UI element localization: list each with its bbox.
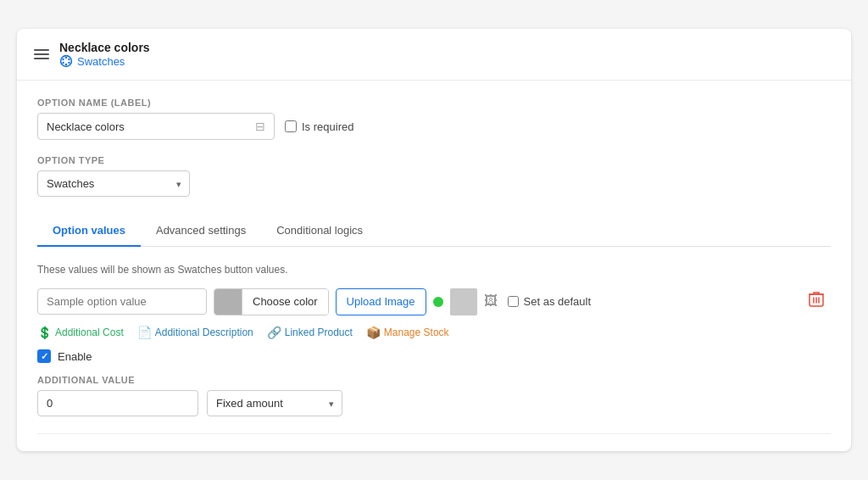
upload-image-button[interactable]: Upload Image: [336, 288, 426, 315]
manage-stock-icon: 📦: [366, 326, 381, 339]
card-header: Necklace colors Swatches: [17, 29, 851, 81]
svg-point-4: [65, 64, 67, 65]
gray-swatch-preview: [450, 288, 477, 315]
additional-value-label: ADDITIONAL VALUE: [37, 375, 831, 385]
additional-value-input[interactable]: [37, 390, 198, 416]
linked-product-icon: 🔗: [267, 326, 281, 339]
option-values-content: These values will be shown as Swatches b…: [37, 264, 831, 416]
card-body: OPTION NAME (LABEL) ⊟ Is required OPTION…: [17, 81, 851, 451]
tab-option-values[interactable]: Option values: [37, 215, 141, 247]
color-dot-indicator: [433, 297, 443, 307]
option-type-wrapper: Swatches Dropdown Buttons Color ▾: [37, 170, 190, 197]
is-required-text: Is required: [302, 120, 353, 133]
manage-stock-link[interactable]: 📦 Manage Stock: [366, 326, 449, 339]
option-name-label: OPTION NAME (LABEL): [37, 98, 831, 108]
additional-cost-text: Additional Cost: [55, 327, 124, 338]
additional-cost-link[interactable]: 💲 Additional Cost: [37, 326, 124, 339]
choose-color-label: Choose color: [242, 289, 328, 315]
option-value-row: Choose color Upload Image 🖼 Set as defau…: [37, 287, 831, 315]
svg-point-2: [68, 59, 70, 60]
enable-label: Enable: [58, 350, 92, 363]
set-as-default-text: Set as default: [524, 295, 592, 308]
tab-conditional-logics[interactable]: Conditional logics: [261, 215, 378, 247]
amount-type-select[interactable]: Fixed amount Percentage: [207, 390, 342, 416]
additional-value-section: ADDITIONAL VALUE Fixed amount Percentage…: [37, 375, 831, 416]
enable-checkbox[interactable]: [37, 349, 51, 363]
additional-description-link[interactable]: 📄 Additional Description: [137, 326, 253, 339]
amount-type-wrapper: Fixed amount Percentage ▾: [207, 390, 342, 416]
additional-value-row: Fixed amount Percentage ▾: [37, 390, 831, 416]
svg-point-3: [68, 62, 70, 64]
hint-text: These values will be shown as Swatches b…: [37, 264, 831, 276]
main-card: Necklace colors Swatches OPTION NAME (LA…: [17, 29, 851, 451]
section-divider: [37, 433, 831, 434]
enable-row: Enable: [37, 349, 831, 363]
option-type-section: OPTION TYPE Swatches Dropdown Buttons Co…: [37, 155, 831, 197]
svg-point-5: [62, 62, 64, 64]
option-name-row: ⊟ Is required: [37, 113, 831, 140]
linked-product-text: Linked Product: [285, 327, 353, 338]
additional-cost-icon: 💲: [37, 326, 52, 339]
additional-description-icon: 📄: [137, 326, 152, 339]
is-required-label[interactable]: Is required: [285, 120, 353, 133]
set-as-default-label[interactable]: Set as default: [508, 295, 592, 308]
header-subtitle[interactable]: Swatches: [59, 54, 150, 68]
image-placeholder-icon: 🖼: [484, 293, 501, 310]
additional-description-text: Additional Description: [155, 327, 253, 338]
tabs-container: Option values Advanced settings Conditio…: [37, 215, 831, 247]
header-title: Necklace colors: [59, 41, 150, 54]
svg-point-6: [62, 59, 64, 60]
header-subtitle-text: Swatches: [77, 55, 125, 68]
option-name-input-wrapper: ⊟: [37, 113, 275, 140]
sample-option-value-input[interactable]: [37, 288, 207, 315]
set-as-default-checkbox[interactable]: [508, 296, 519, 307]
choose-color-button[interactable]: Choose color: [214, 288, 329, 315]
color-preview-swatch: [214, 288, 242, 315]
action-links-row: 💲 Additional Cost 📄 Additional Descripti…: [37, 326, 831, 339]
manage-stock-text: Manage Stock: [384, 327, 449, 338]
option-type-label: OPTION TYPE: [37, 155, 831, 165]
option-name-field[interactable]: [47, 120, 255, 133]
header-title-area: Necklace colors Swatches: [59, 41, 150, 68]
linked-product-link[interactable]: 🔗 Linked Product: [267, 326, 353, 339]
tab-advanced-settings[interactable]: Advanced settings: [141, 215, 261, 247]
input-edit-icon[interactable]: ⊟: [255, 120, 265, 133]
svg-point-1: [65, 57, 67, 59]
delete-row-button[interactable]: [802, 287, 831, 315]
trash-icon: [809, 291, 824, 308]
hamburger-icon[interactable]: [34, 49, 49, 59]
option-name-section: OPTION NAME (LABEL) ⊟ Is required: [37, 98, 831, 140]
upload-image-label: Upload Image: [347, 295, 415, 308]
swatches-icon: [59, 54, 73, 68]
option-type-select[interactable]: Swatches Dropdown Buttons Color: [37, 170, 190, 197]
is-required-checkbox[interactable]: [285, 120, 297, 132]
